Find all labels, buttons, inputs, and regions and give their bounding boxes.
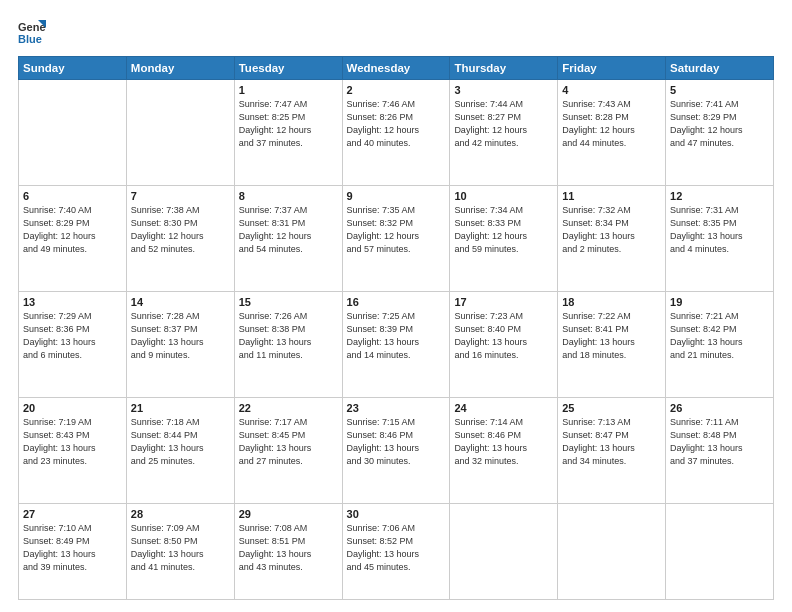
weekday-header-sunday: Sunday — [19, 57, 127, 80]
calendar-cell: 3Sunrise: 7:44 AM Sunset: 8:27 PM Daylig… — [450, 80, 558, 186]
calendar-cell: 24Sunrise: 7:14 AM Sunset: 8:46 PM Dayli… — [450, 398, 558, 504]
weekday-header-tuesday: Tuesday — [234, 57, 342, 80]
calendar-cell: 30Sunrise: 7:06 AM Sunset: 8:52 PM Dayli… — [342, 504, 450, 600]
day-number: 4 — [562, 84, 661, 96]
calendar-week-2: 6Sunrise: 7:40 AM Sunset: 8:29 PM Daylig… — [19, 186, 774, 292]
day-detail: Sunrise: 7:26 AM Sunset: 8:38 PM Dayligh… — [239, 310, 338, 362]
day-number: 6 — [23, 190, 122, 202]
calendar-cell — [19, 80, 127, 186]
calendar-cell: 10Sunrise: 7:34 AM Sunset: 8:33 PM Dayli… — [450, 186, 558, 292]
day-detail: Sunrise: 7:11 AM Sunset: 8:48 PM Dayligh… — [670, 416, 769, 468]
calendar-cell: 22Sunrise: 7:17 AM Sunset: 8:45 PM Dayli… — [234, 398, 342, 504]
calendar-cell: 25Sunrise: 7:13 AM Sunset: 8:47 PM Dayli… — [558, 398, 666, 504]
day-detail: Sunrise: 7:32 AM Sunset: 8:34 PM Dayligh… — [562, 204, 661, 256]
day-detail: Sunrise: 7:25 AM Sunset: 8:39 PM Dayligh… — [347, 310, 446, 362]
day-detail: Sunrise: 7:35 AM Sunset: 8:32 PM Dayligh… — [347, 204, 446, 256]
day-number: 19 — [670, 296, 769, 308]
logo: General Blue — [18, 18, 46, 46]
day-detail: Sunrise: 7:38 AM Sunset: 8:30 PM Dayligh… — [131, 204, 230, 256]
calendar-cell: 9Sunrise: 7:35 AM Sunset: 8:32 PM Daylig… — [342, 186, 450, 292]
day-detail: Sunrise: 7:31 AM Sunset: 8:35 PM Dayligh… — [670, 204, 769, 256]
day-detail: Sunrise: 7:41 AM Sunset: 8:29 PM Dayligh… — [670, 98, 769, 150]
weekday-header-thursday: Thursday — [450, 57, 558, 80]
day-detail: Sunrise: 7:34 AM Sunset: 8:33 PM Dayligh… — [454, 204, 553, 256]
page: General Blue SundayMondayTuesdayWednesda… — [0, 0, 792, 612]
calendar-cell: 4Sunrise: 7:43 AM Sunset: 8:28 PM Daylig… — [558, 80, 666, 186]
weekday-header-friday: Friday — [558, 57, 666, 80]
calendar-cell: 11Sunrise: 7:32 AM Sunset: 8:34 PM Dayli… — [558, 186, 666, 292]
calendar-cell: 5Sunrise: 7:41 AM Sunset: 8:29 PM Daylig… — [666, 80, 774, 186]
calendar-cell: 1Sunrise: 7:47 AM Sunset: 8:25 PM Daylig… — [234, 80, 342, 186]
calendar-cell: 21Sunrise: 7:18 AM Sunset: 8:44 PM Dayli… — [126, 398, 234, 504]
calendar-cell: 13Sunrise: 7:29 AM Sunset: 8:36 PM Dayli… — [19, 292, 127, 398]
day-number: 20 — [23, 402, 122, 414]
day-number: 16 — [347, 296, 446, 308]
day-number: 30 — [347, 508, 446, 520]
calendar-cell: 2Sunrise: 7:46 AM Sunset: 8:26 PM Daylig… — [342, 80, 450, 186]
calendar-cell: 7Sunrise: 7:38 AM Sunset: 8:30 PM Daylig… — [126, 186, 234, 292]
day-detail: Sunrise: 7:37 AM Sunset: 8:31 PM Dayligh… — [239, 204, 338, 256]
weekday-header-monday: Monday — [126, 57, 234, 80]
generalblue-logo-icon: General Blue — [18, 18, 46, 46]
calendar-cell — [126, 80, 234, 186]
day-number: 26 — [670, 402, 769, 414]
day-number: 7 — [131, 190, 230, 202]
calendar-cell: 6Sunrise: 7:40 AM Sunset: 8:29 PM Daylig… — [19, 186, 127, 292]
day-number: 3 — [454, 84, 553, 96]
calendar-week-5: 27Sunrise: 7:10 AM Sunset: 8:49 PM Dayli… — [19, 504, 774, 600]
calendar-cell — [450, 504, 558, 600]
day-number: 11 — [562, 190, 661, 202]
day-number: 29 — [239, 508, 338, 520]
day-number: 25 — [562, 402, 661, 414]
calendar-cell: 29Sunrise: 7:08 AM Sunset: 8:51 PM Dayli… — [234, 504, 342, 600]
day-number: 21 — [131, 402, 230, 414]
calendar-cell: 23Sunrise: 7:15 AM Sunset: 8:46 PM Dayli… — [342, 398, 450, 504]
day-number: 18 — [562, 296, 661, 308]
calendar-cell: 8Sunrise: 7:37 AM Sunset: 8:31 PM Daylig… — [234, 186, 342, 292]
day-detail: Sunrise: 7:43 AM Sunset: 8:28 PM Dayligh… — [562, 98, 661, 150]
day-number: 24 — [454, 402, 553, 414]
calendar-cell: 17Sunrise: 7:23 AM Sunset: 8:40 PM Dayli… — [450, 292, 558, 398]
day-detail: Sunrise: 7:17 AM Sunset: 8:45 PM Dayligh… — [239, 416, 338, 468]
day-detail: Sunrise: 7:23 AM Sunset: 8:40 PM Dayligh… — [454, 310, 553, 362]
calendar-cell: 28Sunrise: 7:09 AM Sunset: 8:50 PM Dayli… — [126, 504, 234, 600]
calendar-cell: 12Sunrise: 7:31 AM Sunset: 8:35 PM Dayli… — [666, 186, 774, 292]
day-detail: Sunrise: 7:06 AM Sunset: 8:52 PM Dayligh… — [347, 522, 446, 574]
weekday-header-saturday: Saturday — [666, 57, 774, 80]
day-number: 8 — [239, 190, 338, 202]
day-detail: Sunrise: 7:19 AM Sunset: 8:43 PM Dayligh… — [23, 416, 122, 468]
day-detail: Sunrise: 7:09 AM Sunset: 8:50 PM Dayligh… — [131, 522, 230, 574]
calendar-cell: 16Sunrise: 7:25 AM Sunset: 8:39 PM Dayli… — [342, 292, 450, 398]
svg-text:Blue: Blue — [18, 33, 42, 45]
day-detail: Sunrise: 7:18 AM Sunset: 8:44 PM Dayligh… — [131, 416, 230, 468]
day-number: 12 — [670, 190, 769, 202]
day-detail: Sunrise: 7:14 AM Sunset: 8:46 PM Dayligh… — [454, 416, 553, 468]
calendar-cell: 27Sunrise: 7:10 AM Sunset: 8:49 PM Dayli… — [19, 504, 127, 600]
calendar-cell: 18Sunrise: 7:22 AM Sunset: 8:41 PM Dayli… — [558, 292, 666, 398]
calendar-week-4: 20Sunrise: 7:19 AM Sunset: 8:43 PM Dayli… — [19, 398, 774, 504]
day-number: 28 — [131, 508, 230, 520]
calendar-cell: 20Sunrise: 7:19 AM Sunset: 8:43 PM Dayli… — [19, 398, 127, 504]
header: General Blue — [18, 18, 774, 46]
calendar-table: SundayMondayTuesdayWednesdayThursdayFrid… — [18, 56, 774, 600]
weekday-header-row: SundayMondayTuesdayWednesdayThursdayFrid… — [19, 57, 774, 80]
day-number: 13 — [23, 296, 122, 308]
day-detail: Sunrise: 7:44 AM Sunset: 8:27 PM Dayligh… — [454, 98, 553, 150]
day-detail: Sunrise: 7:15 AM Sunset: 8:46 PM Dayligh… — [347, 416, 446, 468]
calendar-week-1: 1Sunrise: 7:47 AM Sunset: 8:25 PM Daylig… — [19, 80, 774, 186]
day-detail: Sunrise: 7:08 AM Sunset: 8:51 PM Dayligh… — [239, 522, 338, 574]
calendar-cell: 15Sunrise: 7:26 AM Sunset: 8:38 PM Dayli… — [234, 292, 342, 398]
calendar-cell: 26Sunrise: 7:11 AM Sunset: 8:48 PM Dayli… — [666, 398, 774, 504]
day-number: 15 — [239, 296, 338, 308]
day-number: 2 — [347, 84, 446, 96]
calendar-cell — [666, 504, 774, 600]
day-number: 17 — [454, 296, 553, 308]
day-number: 23 — [347, 402, 446, 414]
day-number: 1 — [239, 84, 338, 96]
calendar-cell: 19Sunrise: 7:21 AM Sunset: 8:42 PM Dayli… — [666, 292, 774, 398]
day-detail: Sunrise: 7:13 AM Sunset: 8:47 PM Dayligh… — [562, 416, 661, 468]
day-detail: Sunrise: 7:47 AM Sunset: 8:25 PM Dayligh… — [239, 98, 338, 150]
calendar-cell: 14Sunrise: 7:28 AM Sunset: 8:37 PM Dayli… — [126, 292, 234, 398]
calendar-week-3: 13Sunrise: 7:29 AM Sunset: 8:36 PM Dayli… — [19, 292, 774, 398]
calendar-cell — [558, 504, 666, 600]
